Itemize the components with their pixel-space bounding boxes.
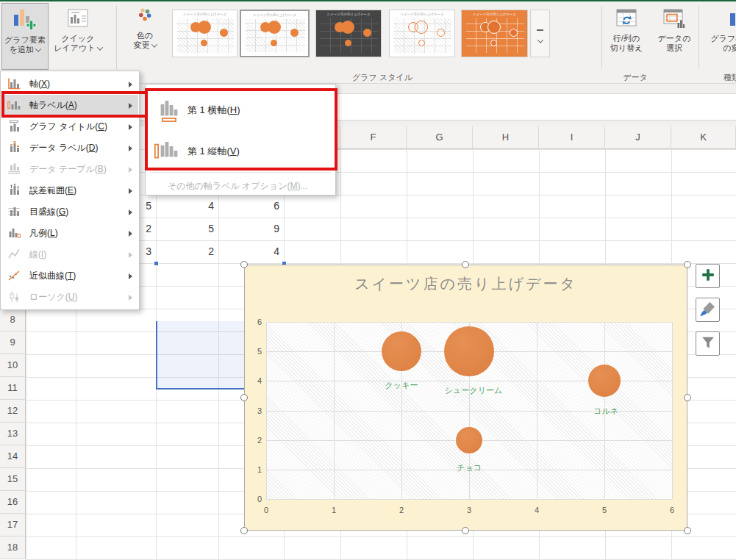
row-header[interactable]: 11	[0, 377, 26, 400]
menu-item-data-labels[interactable]: データ ラベル(D)	[1, 137, 138, 159]
chart-resize-handle[interactable]	[240, 394, 248, 401]
chart-resize-handle[interactable]	[684, 261, 691, 268]
menu-item-chart-title[interactable]: グラフ タイトル(C)	[1, 116, 138, 137]
switch-row-column-label: 行/列の 切り替え	[604, 34, 649, 53]
thumbnail-bubble	[437, 29, 445, 37]
thumbnail-bubble	[418, 40, 425, 46]
row-header[interactable]: 10	[0, 354, 26, 377]
chart-gridline	[266, 322, 672, 323]
quick-layout-button[interactable]: クイック レイアウト	[50, 3, 106, 70]
add-chart-element-button[interactable]: グラフ要素 を追加	[1, 3, 49, 70]
chart-resize-handle[interactable]	[462, 261, 469, 268]
menu-item-trendline[interactable]: 近似曲線(T)	[1, 265, 138, 287]
row-header[interactable]: 12	[0, 400, 26, 423]
chart-bubble[interactable]	[444, 326, 493, 376]
row-header[interactable]: 17	[0, 514, 26, 536]
chart-style-thumbnail[interactable]: スイーツ店の売り上げデータ	[172, 10, 237, 57]
cell[interactable]: 5	[156, 218, 218, 240]
row-header[interactable]: 15	[0, 468, 26, 491]
bubble-chart[interactable]: スイーツ店の売り上げデータ クッキーシュークリームコルネチョコ 01234560…	[244, 265, 687, 531]
cell[interactable]: 9	[218, 218, 284, 240]
menu-item-error-bars[interactable]: 誤差範囲(E)	[1, 180, 138, 201]
chart-filters-button[interactable]	[696, 331, 720, 356]
row-header[interactable]: 18	[0, 536, 26, 559]
x-axis-tick-label: 0	[259, 506, 274, 514]
chart-style-button[interactable]	[696, 298, 720, 322]
chart-resize-handle[interactable]	[684, 527, 691, 534]
menu-item-label: データ テーブル(B)	[29, 159, 107, 180]
chart-resize-handle[interactable]	[462, 527, 469, 534]
chart-bubble[interactable]	[456, 427, 482, 453]
chevron-down-icon	[35, 46, 41, 51]
bubble-data-label[interactable]: コルネ	[593, 406, 618, 417]
range-fill-handle[interactable]	[154, 261, 159, 266]
chart-gridline	[266, 499, 672, 500]
menu-item-lines: 線(I)	[1, 244, 138, 265]
error-bars-icon	[7, 184, 21, 197]
gallery-more-icon	[537, 29, 543, 31]
axes-icon	[7, 77, 21, 90]
gridlines-icon	[7, 205, 21, 218]
cell[interactable]: 4	[218, 240, 284, 263]
cell[interactable]: 4	[156, 195, 218, 218]
chart-bubble[interactable]	[382, 331, 421, 371]
change-colors-button[interactable]: 色の 変更	[121, 3, 169, 70]
funnel-icon	[699, 342, 717, 355]
cell[interactable]: 6	[218, 195, 284, 218]
chart-resize-handle[interactable]	[240, 261, 248, 268]
menu-item-label: 誤差範囲(E)	[29, 180, 76, 201]
thumbnail-bubble	[220, 29, 228, 37]
row-header[interactable]: 9	[0, 331, 26, 354]
paintbrush-icon	[699, 309, 717, 321]
bubble-data-label[interactable]: シュークリーム	[445, 385, 502, 396]
chart-title-icon	[7, 120, 21, 133]
row-header[interactable]: 8	[0, 309, 26, 331]
menu-separator	[150, 172, 331, 173]
chart-styles-more-button[interactable]	[530, 10, 550, 57]
menu-item-label: 線(I)	[29, 244, 46, 265]
menu-item-legend[interactable]: 凡例(L)	[1, 223, 138, 244]
chart-style-thumbnail[interactable]: スイーツ店の売り上げデータ	[389, 10, 455, 57]
column-header[interactable]: K	[671, 126, 736, 149]
row-header[interactable]: 16	[0, 491, 26, 514]
bubble-data-label[interactable]: クッキー	[385, 380, 418, 391]
chart-style-thumbnail[interactable]: スイーツ店の売り上げデータ	[315, 10, 382, 57]
x-axis-tick-label: 6	[665, 506, 679, 514]
select-data-button[interactable]: データの 選択	[651, 3, 697, 70]
chart-title[interactable]: スイーツ店の売り上げデータ	[245, 274, 687, 294]
chart-resize-handle[interactable]	[240, 527, 248, 534]
column-header[interactable]: F	[340, 126, 407, 149]
chart-style-thumbnail[interactable]: スイーツ店の売り上げデータ	[461, 10, 528, 57]
cell[interactable]: 2	[156, 240, 218, 263]
add-chart-element-icon	[2, 7, 48, 34]
select-data-icon	[652, 7, 696, 32]
column-header[interactable]: H	[473, 126, 539, 149]
switch-row-column-button[interactable]: 行/列の 切り替え	[603, 3, 650, 70]
thumbnail-bubble	[201, 40, 207, 46]
trendline-icon	[7, 269, 21, 282]
menu-item-up-down-bars: ローソク(U)	[1, 287, 138, 308]
type-group-label: 種類	[706, 72, 736, 83]
ribbon-separator	[601, 6, 602, 69]
menu-item-label: 凡例(L)	[29, 223, 58, 244]
thumbnail-bubble	[290, 29, 299, 37]
submenu-arrow-icon	[129, 209, 132, 215]
chart-style-thumbnail[interactable]: スイーツ店の売り上げデータ	[240, 10, 310, 57]
column-header[interactable]: I	[539, 126, 605, 149]
change-chart-type-button[interactable]: グラフの種類 の変更	[704, 3, 736, 70]
row-header[interactable]: 14	[0, 445, 26, 468]
menu-item-label: ローソク(U)	[29, 287, 78, 308]
chart-elements-button[interactable]	[696, 264, 720, 288]
quick-layout-label: クイック レイアウト	[51, 34, 105, 53]
bubble-data-label[interactable]: チョコ	[457, 462, 482, 473]
column-header[interactable]: J	[605, 126, 671, 149]
thumbnail-bubble	[268, 21, 281, 34]
legend-icon	[7, 226, 21, 240]
change-colors-icon	[121, 7, 168, 29]
thumbnail-title: スイーツ店の売り上げデータ	[319, 12, 377, 15]
column-header[interactable]: G	[407, 126, 473, 149]
row-header[interactable]: 13	[0, 423, 26, 445]
menu-item-gridlines[interactable]: 目盛線(G)	[1, 201, 138, 223]
chart-resize-handle[interactable]	[684, 394, 691, 401]
x-axis-tick-label: 3	[462, 506, 476, 514]
